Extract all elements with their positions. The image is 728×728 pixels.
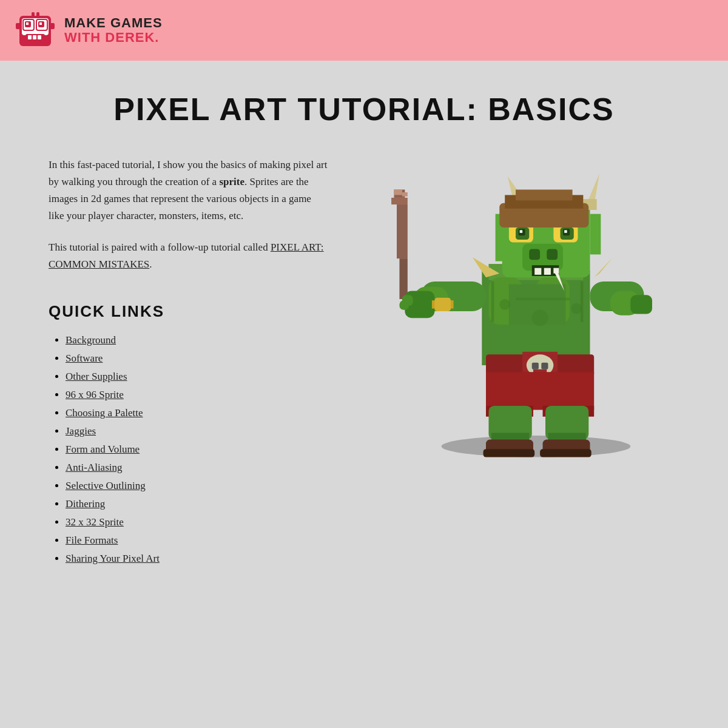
svg-rect-37	[520, 230, 522, 232]
content-layout: In this fast-paced tutorial, I show you …	[49, 157, 679, 571]
quick-links-heading: QUICK LINKS	[49, 302, 328, 321]
svg-rect-65	[532, 363, 539, 369]
svg-point-88	[532, 310, 548, 326]
quick-link[interactable]: Selective Outlining	[66, 480, 146, 491]
intro-paragraph-1: In this fast-paced tutorial, I show you …	[49, 157, 328, 224]
quick-link[interactable]: Background	[66, 334, 116, 346]
list-item: Jaggies	[66, 425, 328, 437]
quick-link[interactable]: Other Supplies	[66, 371, 127, 382]
list-item: Background	[66, 334, 328, 346]
list-item: Sharing Your Pixel Art	[66, 553, 328, 565]
text-column: In this fast-paced tutorial, I show you …	[49, 157, 328, 571]
quick-link[interactable]: Form and Volume	[66, 443, 140, 455]
list-item: 32 x 32 Sprite	[66, 516, 328, 528]
svg-rect-70	[486, 372, 594, 410]
svg-rect-61	[630, 295, 652, 314]
svg-rect-32	[529, 249, 540, 260]
list-item: Dithering	[66, 498, 328, 510]
quick-link[interactable]: Software	[66, 352, 103, 364]
list-item: 96 x 96 Sprite	[66, 389, 328, 401]
quick-link[interactable]: Dithering	[66, 498, 105, 510]
svg-rect-10	[33, 35, 36, 39]
svg-rect-48	[516, 190, 573, 201]
svg-rect-76	[484, 449, 535, 457]
quick-link[interactable]: Jaggies	[66, 425, 96, 437]
svg-rect-33	[547, 249, 558, 260]
list-item: Selective Outlining	[66, 480, 328, 492]
svg-rect-50	[534, 268, 541, 275]
quick-link[interactable]: Anti-Aliasing	[66, 462, 123, 473]
svg-rect-7	[39, 22, 42, 25]
svg-rect-9	[28, 35, 32, 39]
svg-point-87	[571, 303, 582, 314]
list-item: Anti-Aliasing	[66, 462, 328, 474]
quick-link[interactable]: 96 x 96 Sprite	[66, 389, 124, 400]
svg-rect-20	[399, 258, 407, 299]
logo-text: MAKE GAMES WITH DEREK.	[64, 16, 163, 45]
sprite-image-column	[352, 157, 679, 460]
svg-rect-85	[516, 298, 570, 300]
main-content: PIXEL ART TUTORIAL: BASICS In this fast-…	[0, 61, 728, 728]
svg-rect-66	[541, 363, 548, 369]
quick-links-list: BackgroundSoftwareOther Supplies96 x 96 …	[49, 334, 328, 565]
svg-rect-18	[391, 198, 408, 204]
svg-rect-80	[540, 449, 592, 457]
svg-rect-14	[32, 12, 35, 17]
orc-sprite	[367, 163, 664, 460]
svg-rect-51	[544, 268, 551, 275]
logo-icon	[15, 10, 56, 51]
svg-marker-82	[594, 257, 613, 277]
list-item: Software	[66, 352, 328, 365]
quick-link[interactable]: Sharing Your Pixel Art	[66, 553, 160, 564]
sprite-container	[367, 163, 664, 460]
quick-link[interactable]: 32 x 32 Sprite	[66, 516, 124, 528]
svg-rect-69	[434, 298, 451, 311]
svg-rect-12	[16, 23, 21, 29]
list-item: Other Supplies	[66, 371, 328, 383]
intro-paragraph-2: This tutorial is paired with a follow-up…	[49, 239, 328, 273]
site-header: MAKE GAMES WITH DEREK.	[0, 0, 728, 61]
list-item: File Formats	[66, 534, 328, 547]
svg-rect-19	[397, 204, 408, 258]
page-title: PIXEL ART TUTORIAL: BASICS	[49, 91, 679, 127]
svg-rect-60	[399, 300, 409, 310]
svg-rect-4	[26, 22, 29, 25]
quick-link[interactable]: Choosing a Palette	[66, 407, 143, 419]
svg-rect-84	[581, 281, 583, 322]
svg-rect-30	[590, 214, 601, 255]
svg-rect-11	[38, 35, 41, 39]
svg-point-86	[499, 299, 510, 310]
svg-rect-41	[564, 230, 567, 232]
svg-rect-22	[402, 192, 408, 197]
list-item: Form and Volume	[66, 443, 328, 456]
svg-rect-83	[491, 281, 494, 322]
quick-link[interactable]: File Formats	[66, 534, 118, 546]
list-item: Choosing a Palette	[66, 407, 328, 419]
svg-rect-15	[36, 12, 39, 17]
svg-rect-21	[394, 190, 402, 195]
site-logo[interactable]: MAKE GAMES WITH DEREK.	[15, 10, 163, 51]
svg-point-16	[442, 436, 631, 457]
svg-rect-13	[50, 23, 55, 29]
